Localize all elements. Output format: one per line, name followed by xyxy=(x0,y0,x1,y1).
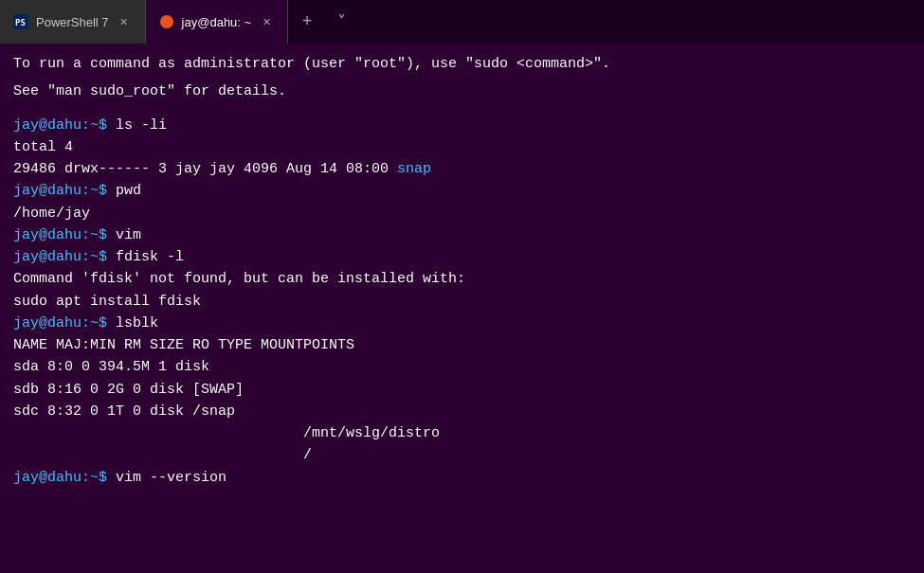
output-fdisk-1: Command 'fdisk' not found, but can be in… xyxy=(13,268,911,290)
prompt-lsblk: jay@dahu:~$ xyxy=(13,315,116,331)
output-pwd: /home/jay xyxy=(13,203,911,224)
cmd-ls: ls -li xyxy=(116,117,167,134)
command-fdisk: jay@dahu:~$ fdisk -l xyxy=(13,246,911,268)
tab-bar: PS PowerShell 7 ✕ jay@dahu: ~ ✕ + ˅ xyxy=(0,0,924,44)
prompt-fdisk: jay@dahu:~$ xyxy=(13,249,116,265)
output-lsblk-header: NAME MAJ:MIN RM SIZE RO TYPE MOUNTPOINTS xyxy=(13,334,911,356)
tab-powershell-label: PowerShell 7 xyxy=(36,15,109,29)
cmd-pwd: pwd xyxy=(116,183,141,199)
command-vim: jay@dahu:~$ vim xyxy=(13,224,911,246)
command-vim-version: jay@dahu:~$ vim --version xyxy=(13,467,911,489)
snap-link: snap xyxy=(397,161,431,177)
cmd-vim-version: vim --version xyxy=(116,470,226,486)
command-ls: jay@dahu:~$ ls -li xyxy=(13,115,911,136)
close-powershell-button[interactable]: ✕ xyxy=(117,14,132,29)
command-lsblk: jay@dahu:~$ lsblk xyxy=(13,313,911,334)
tab-ubuntu-label: jay@dahu: ~ xyxy=(182,15,252,29)
cmd-lsblk: lsblk xyxy=(116,315,158,331)
svg-text:PS: PS xyxy=(15,18,26,27)
powershell-icon: PS xyxy=(13,14,28,29)
output-lsblk-sda: sda 8:0 0 394.5M 1 disk xyxy=(13,356,911,378)
prompt-pwd: jay@dahu:~$ xyxy=(13,183,116,199)
output-lsblk-root: / xyxy=(13,444,911,466)
prompt-ls: jay@dahu:~$ xyxy=(13,117,116,134)
cmd-vim: vim xyxy=(116,227,141,243)
sudo-line2: See "man sudo_root" for details. xyxy=(13,81,911,102)
output-fdisk-2: sudo apt install fdisk xyxy=(13,291,911,313)
dropdown-button[interactable]: ˅ xyxy=(326,7,356,37)
prompt-vim: jay@dahu:~$ xyxy=(13,227,116,243)
command-pwd: jay@dahu:~$ pwd xyxy=(13,180,911,202)
tab-actions: + ˅ xyxy=(292,7,356,37)
sudo-line1: To run a command as administrator (user … xyxy=(13,53,911,75)
output-ls-entry: 29486 drwx------ 3 jay jay 4096 Aug 14 0… xyxy=(13,158,911,180)
tab-powershell[interactable]: PS PowerShell 7 ✕ xyxy=(0,0,146,44)
tab-ubuntu[interactable]: jay@dahu: ~ ✕ xyxy=(146,0,289,44)
output-ls-total: total 4 xyxy=(13,136,911,158)
close-ubuntu-button[interactable]: ✕ xyxy=(259,14,274,29)
output-lsblk-mnt: /mnt/wslg/distro xyxy=(13,422,911,444)
cmd-fdisk: fdisk -l xyxy=(116,249,184,265)
add-tab-button[interactable]: + xyxy=(292,7,322,37)
ubuntu-icon xyxy=(159,14,174,29)
terminal-window[interactable]: To run a command as administrator (user … xyxy=(0,44,924,573)
output-lsblk-sdc: sdc 8:32 0 1T 0 disk /snap xyxy=(13,401,911,422)
output-lsblk-sdb: sdb 8:16 0 2G 0 disk [SWAP] xyxy=(13,379,911,401)
prompt-vim-version: jay@dahu:~$ xyxy=(13,470,116,486)
